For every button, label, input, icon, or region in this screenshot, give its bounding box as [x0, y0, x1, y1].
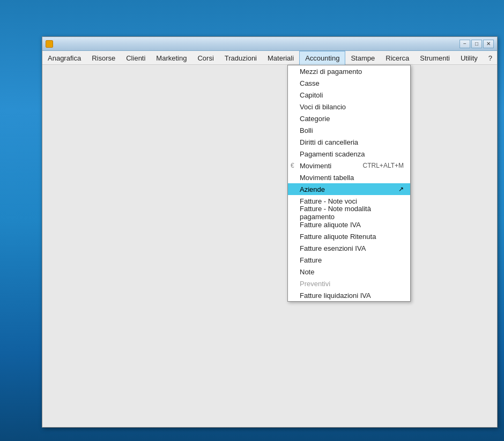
dropdown-item-label: Voci di bilancio: [300, 103, 346, 111]
dropdown-item-note[interactable]: Note: [288, 266, 410, 278]
dropdown-item-label: Mezzi di pagamento: [300, 68, 362, 76]
dropdown-item-shortcut: CTRL+ALT+M: [363, 162, 404, 169]
dropdown-item-label: Movimenti: [300, 162, 331, 170]
dropdown-item-label: Diritti di cancelleria: [300, 138, 358, 146]
menu-item-materiali[interactable]: Materiali: [262, 51, 299, 65]
dropdown-item-casse[interactable]: Casse: [288, 77, 410, 89]
menu-item-traduzioni[interactable]: Traduzioni: [219, 51, 262, 65]
dropdown-item-movimenti-tabella[interactable]: Movimenti tabella: [288, 171, 410, 183]
minimize-button[interactable]: −: [459, 40, 470, 48]
dropdown-item-capitoli[interactable]: Capitoli: [288, 89, 410, 101]
dropdown-item-label: Categorie: [300, 115, 330, 123]
main-content-area: [42, 65, 497, 427]
dropdown-item-fatture-esenzioni-iva[interactable]: Fatture esenzioni IVA: [288, 242, 410, 254]
dropdown-item-label: Fatture - Note voci: [300, 197, 357, 205]
title-bar-controls: − □ ✕: [459, 40, 494, 48]
dropdown-item-bolli[interactable]: Bolli: [288, 124, 410, 136]
menu-item-utility[interactable]: Utility: [455, 51, 483, 65]
dropdown-item-movimenti[interactable]: €MovimentiCTRL+ALT+M: [288, 160, 410, 171]
dropdown-item-fatture-aliquote-iva[interactable]: Fatture aliquote IVA: [288, 219, 410, 230]
cursor-indicator: ↗: [398, 185, 404, 193]
dropdown-item-categorie[interactable]: Categorie: [288, 113, 410, 124]
title-bar: − □ ✕: [42, 37, 497, 51]
maximize-button[interactable]: □: [471, 40, 482, 48]
dropdown-item-label: Preventivi: [300, 280, 330, 288]
app-icon: [46, 40, 53, 48]
dropdown-item-mezzi-pagamento[interactable]: Mezzi di pagamento: [288, 65, 410, 77]
dropdown-item-label: Aziende: [300, 185, 325, 193]
dropdown-item-label: Bolli: [300, 126, 313, 134]
menu-item-clienti[interactable]: Clienti: [121, 51, 151, 65]
accounting-dropdown: Mezzi di pagamentoCasseCapitoliVoci di b…: [287, 65, 411, 302]
application-window: − □ ✕ AnagraficaRisorseClientiMarketingC…: [42, 36, 498, 428]
dropdown-item-fatture[interactable]: Fatture: [288, 254, 410, 266]
dropdown-item-label: Note: [300, 268, 314, 276]
close-button[interactable]: ✕: [483, 40, 494, 48]
dropdown-item-fatture-note-modalita[interactable]: Fatture - Note modalità pagamento: [288, 207, 410, 219]
dropdown-item-diritti-cancelleria[interactable]: Diritti di cancelleria: [288, 136, 410, 148]
menu-item-ricerca[interactable]: Ricerca: [380, 51, 414, 65]
menu-item-corsi[interactable]: Corsi: [192, 51, 219, 65]
dropdown-item-preventivi: Preventivi: [288, 278, 410, 289]
dropdown-item-label: Casse: [300, 79, 320, 87]
dropdown-item-label: Pagamenti scadenza: [300, 150, 365, 158]
menu-item-help[interactable]: ?: [483, 51, 498, 65]
dropdown-item-label: Movimenti tabella: [300, 174, 354, 182]
dropdown-item-label: Capitoli: [300, 91, 323, 99]
menu-item-risorse[interactable]: Risorse: [86, 51, 121, 65]
menu-bar: AnagraficaRisorseClientiMarketingCorsiTr…: [42, 51, 497, 65]
dropdown-item-pagamenti-scadenza[interactable]: Pagamenti scadenza: [288, 148, 410, 160]
dropdown-item-label: Fatture aliquote Ritenuta: [300, 233, 376, 241]
dropdown-item-label: Fatture: [300, 256, 322, 264]
dropdown-item-aziende[interactable]: Aziende↗: [288, 183, 410, 195]
menu-item-accounting[interactable]: Accounting: [299, 51, 345, 65]
dropdown-item-label: Fatture liquidazioni IVA: [300, 291, 371, 300]
dropdown-item-fatture-aliquote-ritenuta[interactable]: Fatture aliquote Ritenuta: [288, 230, 410, 242]
menu-item-strumenti[interactable]: Strumenti: [414, 51, 455, 65]
menu-item-stampe[interactable]: Stampe: [345, 51, 380, 65]
dropdown-item-label: Fatture esenzioni IVA: [300, 244, 366, 252]
menu-item-anagrafica[interactable]: Anagrafica: [42, 51, 86, 65]
dropdown-item-label: Fatture aliquote IVA: [300, 221, 361, 229]
dropdown-item-voci-bilancio[interactable]: Voci di bilancio: [288, 101, 410, 113]
menu-item-marketing[interactable]: Marketing: [151, 51, 192, 65]
dropdown-item-fatture-liquidazioni-iva[interactable]: Fatture liquidazioni IVA: [288, 289, 410, 301]
